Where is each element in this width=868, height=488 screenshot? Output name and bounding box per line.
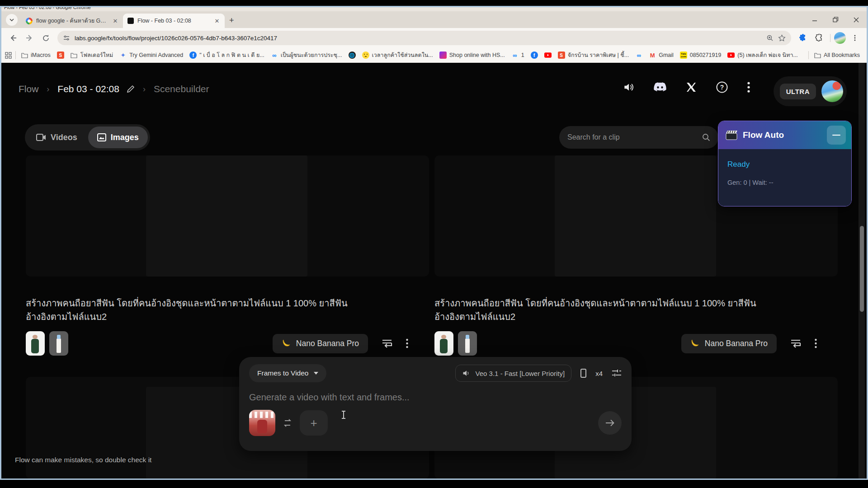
bookmark-item[interactable]: (5) เพลงเด็ก พ่อเจ นิทา...	[724, 49, 801, 61]
model-selector[interactable]: Veo 3.1 - Fast [Lower Priority]	[455, 365, 572, 382]
tab-search-button[interactable]	[6, 14, 18, 26]
bookmark-item[interactable]: Shop online with HS...	[436, 50, 508, 61]
svg-text:?: ?	[720, 84, 724, 91]
new-tab-button[interactable]: +	[229, 16, 234, 24]
window-title: Flow - Feb 03 - 02:08 - Google Chrome	[4, 7, 91, 10]
model-pill[interactable]: Nano Banana Pro	[681, 334, 777, 353]
reference-thumb-person[interactable]	[26, 331, 45, 356]
forward-icon[interactable]	[22, 31, 37, 45]
flow-auto-header[interactable]: Flow Auto	[718, 121, 851, 149]
url-text[interactable]: labs.google/fx/tools/flow/project/1026c0…	[75, 35, 762, 42]
user-avatar[interactable]	[821, 80, 843, 102]
reference-thumb-person[interactable]	[434, 331, 453, 356]
bookmark-item[interactable]: โฟลเดอร์ใหม่	[67, 49, 116, 61]
card-menu-icon[interactable]	[815, 338, 817, 348]
text-cursor	[343, 411, 344, 419]
clip-search[interactable]	[559, 126, 718, 149]
bookmark-item[interactable]: Yalecom0850271919	[677, 50, 725, 61]
add-frame-button[interactable]: +	[300, 410, 328, 436]
x-icon[interactable]	[686, 82, 697, 93]
help-icon[interactable]: ?	[716, 81, 728, 94]
shopee-icon: S	[57, 52, 64, 59]
yale-icon: Yalecom	[680, 52, 687, 59]
emoji-icon	[362, 52, 369, 59]
bookmark-item[interactable]: ∞เป็นผู้ชนะด้วยการประชุ...	[268, 49, 345, 61]
reference-thumb-toothpaste[interactable]	[49, 331, 68, 356]
folder-icon	[21, 52, 28, 59]
mode-selector[interactable]: Frames to Video	[249, 364, 326, 382]
extensions-icon[interactable]	[812, 31, 826, 45]
folder-icon	[814, 52, 821, 59]
flow-favicon	[127, 18, 134, 24]
tab-flow[interactable]: Flow - Feb 03 - 02:08 ✕	[123, 14, 225, 28]
apps-grid-icon[interactable]	[5, 52, 12, 59]
tab-videos[interactable]: Videos	[27, 127, 86, 148]
breadcrumb-project[interactable]: Feb 03 - 02:08	[57, 84, 119, 94]
generated-image[interactable]	[555, 155, 716, 277]
bookmark-item[interactable]: MGmail	[646, 50, 677, 61]
bookmark-item[interactable]: ∞1	[508, 50, 528, 61]
add-to-scene-icon[interactable]	[382, 338, 392, 348]
facebook-icon: f	[189, 52, 197, 59]
browser-toolbar: labs.google/fx/tools/flow/project/1026c0…	[1, 28, 867, 48]
bookmark-item[interactable]: iMacros	[18, 50, 54, 61]
generate-button[interactable]	[598, 411, 622, 435]
scrollbar-thumb[interactable]	[860, 226, 864, 312]
extension-pinned-icon[interactable]	[796, 31, 810, 45]
youtube-icon	[544, 52, 552, 59]
discord-icon[interactable]	[653, 82, 667, 93]
tab-google-search[interactable]: flow google - ค้นหาด้วย Google ✕	[21, 14, 123, 28]
image-card[interactable]: สร้างภาพคนถือยาสีฟัน โดยที่คนอ้างอิงชุดแ…	[26, 155, 429, 356]
banana-icon	[690, 339, 699, 348]
flow-app: Flow › Feb 03 - 02:08 › Scenebuilder ? U…	[1, 63, 867, 479]
bookmark-item[interactable]: ∞	[632, 50, 646, 61]
model-pill[interactable]: Nano Banana Pro	[273, 334, 368, 353]
card-image[interactable]	[26, 155, 429, 277]
sound-icon[interactable]	[623, 81, 634, 93]
minimize-panel-button[interactable]	[827, 126, 846, 145]
flow-auto-panel: Flow Auto Ready Gen: 0 | Wait: --	[718, 121, 852, 206]
back-icon[interactable]	[6, 31, 20, 45]
desktop: Flow - Feb 03 - 02:08 - Google Chrome fl…	[0, 0, 868, 488]
tab-close-icon[interactable]: ✕	[111, 17, 119, 25]
bookmark-item[interactable]: Sจักรบ้าน ราคาพิเศษ | ชี้...	[555, 49, 632, 61]
card-menu-icon[interactable]	[406, 338, 408, 348]
aspect-ratio-icon[interactable]	[580, 369, 586, 378]
profile-avatar[interactable]	[834, 32, 846, 44]
tab-strip: flow google - ค้นหาด้วย Google ✕ Flow - …	[1, 11, 867, 28]
stats-text: Gen: 0 | Wait: --	[727, 179, 842, 186]
bookmark-item[interactable]: เวลาลูกค้าใช้ส่วนลดใน...	[359, 49, 436, 61]
frame-thumb[interactable]	[249, 410, 275, 436]
tune-settings-icon[interactable]	[612, 369, 622, 378]
search-input[interactable]	[567, 133, 702, 141]
bookmark-item[interactable]: S	[54, 50, 67, 61]
bookmarks-divider	[15, 51, 16, 59]
site-info-icon[interactable]	[63, 34, 70, 42]
more-menu-icon[interactable]	[747, 81, 750, 93]
breadcrumb-root[interactable]: Flow	[19, 84, 38, 94]
tab-images[interactable]: Images	[88, 127, 148, 148]
address-bar[interactable]: labs.google/fx/tools/flow/project/1026c0…	[57, 31, 791, 45]
close-button[interactable]	[846, 11, 867, 28]
bookmark-item[interactable]: f	[528, 50, 541, 61]
all-bookmarks-button[interactable]: All Bookmarks	[811, 50, 863, 61]
generated-image[interactable]	[146, 155, 307, 277]
minimize-button[interactable]	[804, 11, 825, 28]
bookmark-item[interactable]: f" เ บื่ อ โ ล ก ฟิ ต น เ ดี ย...	[186, 49, 267, 61]
add-to-scene-icon[interactable]	[790, 338, 801, 348]
chrome-menu-icon[interactable]	[848, 31, 862, 45]
prompt-input[interactable]	[249, 392, 622, 403]
reference-thumb-toothpaste[interactable]	[458, 331, 477, 356]
edit-title-icon[interactable]	[127, 85, 135, 93]
restore-button[interactable]	[825, 11, 846, 28]
bookmark-item[interactable]	[541, 50, 555, 61]
swap-frames-icon[interactable]	[283, 419, 292, 427]
zoom-icon[interactable]	[766, 34, 774, 42]
output-count[interactable]: x4	[595, 370, 603, 377]
reload-icon[interactable]	[38, 31, 53, 45]
account-chip[interactable]: ULTRA	[774, 76, 847, 106]
bookmark-item[interactable]: ✦Try Gemini Advanced	[116, 50, 186, 61]
tab-close-icon[interactable]: ✕	[213, 17, 221, 25]
bookmark-star-icon[interactable]	[778, 34, 786, 42]
bookmark-item[interactable]: 🌐	[345, 50, 359, 61]
